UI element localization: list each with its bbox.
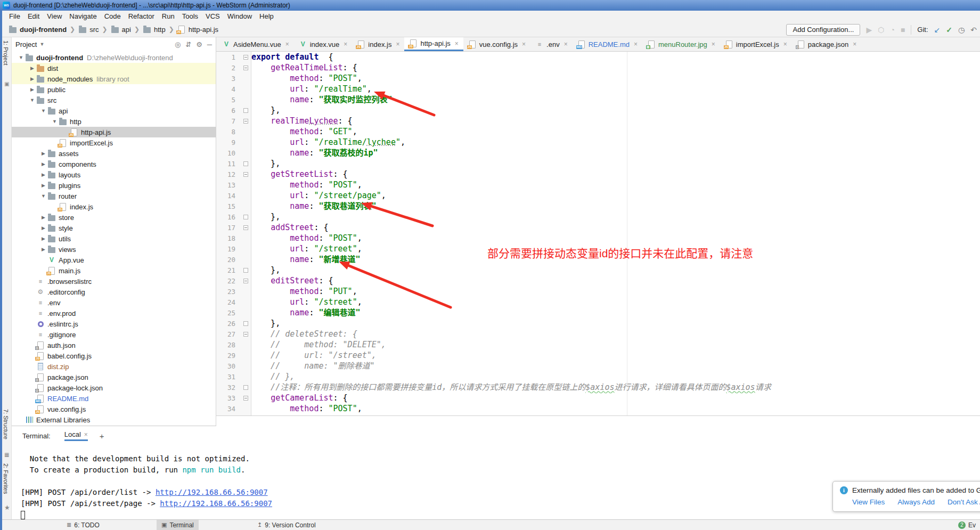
tree-item-.eslintrc.js[interactable]: .eslintrc.js	[12, 319, 216, 329]
menu-help[interactable]: Help	[256, 11, 277, 21]
fold-open-icon[interactable]	[243, 332, 248, 337]
fold-marker[interactable]	[240, 55, 251, 60]
chevron-down-icon[interactable]: ▼	[39, 193, 47, 199]
tree-item-public[interactable]: ▶public	[12, 84, 216, 95]
tab-menuRouter.jpg[interactable]: ▨menuRouter.jpg×	[642, 37, 720, 51]
new-terminal-button[interactable]: +	[100, 431, 104, 441]
tree-item-App.vue[interactable]: VApp.vue	[12, 255, 216, 265]
tree-item-components[interactable]: ▶components	[12, 159, 216, 169]
fold-close-icon[interactable]	[243, 321, 248, 326]
fold-open-icon[interactable]	[243, 172, 248, 177]
chevron-down-icon[interactable]: ▼	[51, 119, 59, 124]
tree-item-.env.prod[interactable]: ≡.env.prod	[12, 308, 216, 319]
fold-marker[interactable]	[240, 385, 251, 390]
chevron-right-icon[interactable]: ▶	[39, 151, 47, 156]
tree-item-dist.zip[interactable]: dist.zip	[12, 361, 216, 372]
chevron-down-icon[interactable]: ▼	[28, 97, 36, 103]
fold-marker[interactable]	[240, 161, 251, 166]
tab-package.json[interactable]: {}package.json×	[792, 37, 862, 51]
tree-item-api[interactable]: ▼api	[12, 105, 216, 116]
fold-open-icon[interactable]	[243, 119, 248, 124]
tree-item-src[interactable]: ▼src	[12, 95, 216, 105]
hide-icon[interactable]: ─	[207, 40, 212, 48]
menu-view[interactable]: View	[43, 11, 66, 21]
tab-index.js[interactable]: JSindex.js×	[352, 37, 404, 51]
tree-item-auth.json[interactable]: {}auth.json	[12, 340, 216, 350]
terminal-tab-local[interactable]: Local ×	[64, 430, 88, 441]
tab-vue.config.js[interactable]: JSvue.config.js×	[463, 37, 530, 51]
chevron-right-icon[interactable]: ▶	[28, 87, 36, 92]
fold-marker[interactable]	[240, 279, 251, 283]
event-log-indicator[interactable]: 2 Ev	[958, 520, 976, 530]
menu-window[interactable]: Window	[224, 11, 256, 21]
terminal-link[interactable]: http://192.168.66.56:9007	[156, 488, 268, 496]
chevron-right-icon[interactable]: ▶	[39, 183, 47, 188]
chevron-right-icon[interactable]: ▶	[39, 215, 47, 220]
gear-icon[interactable]: ⚙	[196, 40, 202, 48]
tree-item-dist[interactable]: ▶dist	[12, 63, 216, 74]
fold-close-icon[interactable]	[243, 215, 248, 219]
tree-item-.env[interactable]: ≡.env	[12, 297, 216, 308]
run-icon[interactable]: ▶	[866, 26, 872, 34]
close-icon[interactable]: ×	[564, 40, 568, 48]
fold-marker[interactable]	[240, 119, 251, 124]
fold-marker[interactable]	[240, 332, 251, 337]
toolwindow-structure-button[interactable]: 7: Structure	[3, 409, 9, 439]
tree-item-assets[interactable]: ▶assets	[12, 148, 216, 159]
menu-vcs[interactable]: VCS	[202, 11, 224, 21]
fold-close-icon[interactable]	[243, 161, 248, 166]
tree-item-.gitignore[interactable]: ≡.gitignore	[12, 329, 216, 340]
tree-item-layouts[interactable]: ▶layouts	[12, 169, 216, 180]
fold-open-icon[interactable]	[243, 225, 248, 230]
statusbar-todo-button[interactable]: ≣ 6: TODO	[62, 520, 104, 530]
toolwindow-project-button[interactable]: 1: Project	[3, 40, 9, 65]
breadcrumb-item-http-api.js[interactable]: JShttp-api.js	[177, 25, 218, 34]
chevron-right-icon[interactable]: ▶	[28, 76, 36, 81]
chevron-right-icon[interactable]: ▶	[39, 161, 47, 167]
tree-item-index.js[interactable]: JSindex.js	[12, 201, 216, 212]
tree-item-views[interactable]: ▶views	[12, 244, 216, 255]
tree-item-store[interactable]: ▶store	[12, 212, 216, 223]
tree-item-package-lock.json[interactable]: {}package-lock.json	[12, 382, 216, 393]
chevron-right-icon[interactable]: ▶	[39, 236, 47, 241]
close-icon[interactable]: ×	[712, 40, 715, 48]
locate-icon[interactable]: ◎	[175, 40, 181, 48]
tree-item-main.js[interactable]: JSmain.js	[12, 265, 216, 276]
tree-item-README.md[interactable]: MDREADME.md	[12, 393, 216, 404]
tab-index.vue[interactable]: Vindex.vue×	[294, 37, 353, 51]
fold-open-icon[interactable]	[243, 279, 248, 283]
tree-item-node_modules[interactable]: ▶node_moduleslibrary root	[12, 74, 216, 84]
debug-icon[interactable]: ⬡	[878, 26, 884, 34]
git-commit-check-icon[interactable]: ✓	[946, 26, 952, 34]
terminal-link[interactable]: http://192.168.66.56:9007	[160, 499, 272, 508]
fold-open-icon[interactable]	[243, 66, 248, 70]
tab-README.md[interactable]: MDREADME.md×	[573, 37, 642, 51]
chevron-right-icon[interactable]: ▶	[39, 172, 47, 177]
tree-item-importExcel.js[interactable]: JSimportExcel.js	[12, 137, 216, 148]
git-revert-icon[interactable]: ↶	[970, 26, 977, 34]
close-icon[interactable]: ×	[84, 431, 88, 438]
fold-close-icon[interactable]	[243, 108, 248, 113]
breadcrumb-item-api[interactable]: api	[111, 25, 131, 34]
tree-item-.editorconfig[interactable]: ⚙.editorconfig	[12, 287, 216, 297]
tree-item-http[interactable]: ▼http	[12, 116, 216, 127]
tree-item-utils[interactable]: ▶utils	[12, 233, 216, 244]
fold-close-icon[interactable]	[243, 385, 248, 390]
tab-importExcel.js[interactable]: JSimportExcel.js×	[720, 37, 792, 51]
fold-marker[interactable]	[240, 321, 251, 326]
stop-icon[interactable]: ■	[901, 26, 905, 34]
chevron-down-icon[interactable]: ▼	[39, 108, 47, 113]
editor-body[interactable]: 1export default {2 getRealTimeList: {3 m…	[216, 52, 980, 415]
tree-item-External Libraries[interactable]: External Libraries	[12, 414, 216, 425]
toolwindow-favorites-button[interactable]: 2: Favorites	[3, 463, 9, 494]
notification-link-always-add[interactable]: Always Add	[897, 498, 935, 506]
tree-item-babel.config.js[interactable]: JSbabel.config.js	[12, 350, 216, 361]
tree-item-.browserslistrc[interactable]: ≡.browserslistrc	[12, 276, 216, 287]
project-panel-title[interactable]: Project	[15, 40, 37, 48]
menu-refactor[interactable]: Refactor	[125, 11, 158, 21]
breadcrumb-item-src[interactable]: src	[78, 25, 99, 34]
menu-code[interactable]: Code	[101, 11, 125, 21]
close-icon[interactable]: ×	[344, 40, 347, 48]
menu-file[interactable]: File	[5, 11, 24, 21]
git-update-icon[interactable]: ↙	[934, 26, 941, 34]
